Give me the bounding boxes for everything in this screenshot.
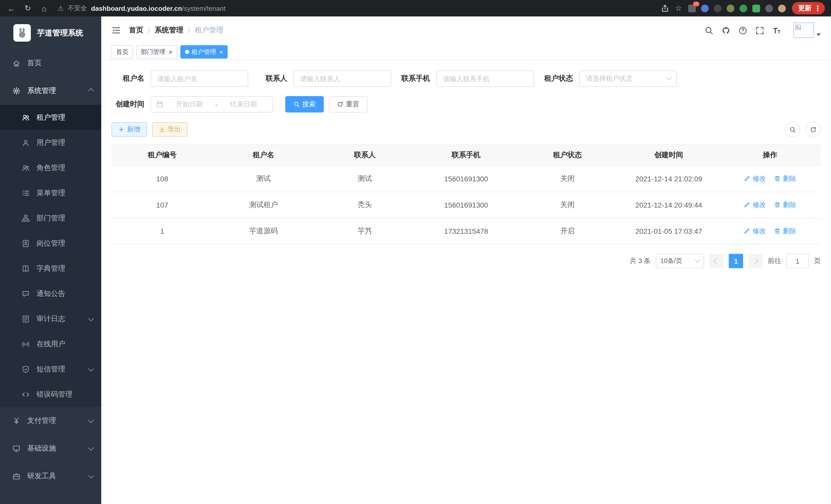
delete-button[interactable]: 删除 [774,200,796,210]
extension-icon-1[interactable]: 10 [688,4,696,12]
edit-icon [744,228,751,235]
page-size-select[interactable]: 10条/页 [656,254,704,268]
pay-icon [12,417,21,425]
sidebar-item-label: 在线用户 [36,339,93,349]
sidebar-item-label: 菜单管理 [36,188,93,198]
phone-label: 联系手机 [397,74,430,83]
extension-icon-4[interactable] [727,4,735,12]
tab-home[interactable]: 首页 [112,45,133,59]
extension-icon-2[interactable] [701,4,709,12]
sidebar-item-pay[interactable]: 支付管理 [0,407,101,435]
app-logo[interactable]: 芋道管理系统 [0,17,101,49]
export-button[interactable]: 导出 [152,122,188,137]
tenant-icon [22,113,30,121]
sidebar-item-label: 错误码管理 [36,390,93,399]
page-number-button[interactable]: 1 [729,254,743,268]
delete-label: 删除 [783,174,796,183]
address-bar[interactable]: ⚠ 不安全 dashboard.yudao.iocoder.cn/system/… [56,4,655,12]
sidebar-item-label: 基础设施 [27,444,86,453]
goto-page-input[interactable] [786,254,809,268]
filter-row-1: 租户名 联系人 联系手机 租户状态 请选择租户状态 [112,70,821,87]
date-range-input[interactable]: 开始日期 - 结束日期 [150,96,273,113]
refresh-table-button[interactable] [805,122,821,137]
extension-icon-3[interactable] [714,4,721,12]
sidebar-item-post[interactable]: 岗位管理 [0,231,101,256]
browser-home-icon[interactable]: ⌂ [39,4,49,12]
table-body: 108测试测试15601691300关闭2021-12-14 21:02:09修… [112,166,821,244]
sidebar-menu: 首页系统管理租户管理用户管理角色管理菜单管理部门管理岗位管理字典管理通知公告审计… [0,49,101,504]
extension-badge: 10 [693,1,699,6]
sidebar-item-error-code[interactable]: 错误码管理 [0,382,101,407]
reload-icon[interactable]: ↻ [23,4,33,13]
sidebar-item-infra[interactable]: 基础设施 [0,435,101,463]
search-button[interactable]: 搜索 [285,96,324,113]
add-button[interactable]: 新增 [112,122,147,137]
hide-search-button[interactable] [785,122,800,137]
sidebar-item-tenant[interactable]: 租户管理 [0,105,101,130]
security-label[interactable]: 不安全 [67,4,87,12]
table-row: 107测试租户秃头15601691300关闭2021-12-14 20:49:4… [112,192,821,218]
breadcrumb: 首页/系统管理/租户管理 [129,26,696,35]
sidebar-item-role[interactable]: 角色管理 [0,155,101,180]
sidebar-item-sms[interactable]: 短信管理 [0,357,101,382]
tab-dept[interactable]: 部门管理× [136,45,177,59]
help-question-icon[interactable] [739,26,747,35]
screen: ← ↻ ⌂ ⚠ 不安全 dashboard.yudao.iocoder.cn/s… [0,0,831,504]
delete-label: 删除 [783,227,796,236]
field-phone: 联系手机 [397,70,534,87]
edit-button[interactable]: 修改 [744,174,766,183]
font-size-icon[interactable] [772,26,781,35]
extension-icon-7[interactable] [765,4,773,12]
sidebar-item-user[interactable]: 用户管理 [0,130,101,155]
sidebar-item-menu[interactable]: 菜单管理 [0,180,101,206]
status-select[interactable]: 请选择租户状态 [579,70,677,87]
delete-button[interactable]: 删除 [774,227,796,236]
close-tab-icon[interactable]: × [169,49,172,55]
tenant-name-input[interactable] [150,70,248,87]
sidebar-item-devtools[interactable]: 研发工具 [0,463,101,490]
profile-avatar-icon[interactable] [778,4,786,12]
pagination: 共 3 条 10条/页 1 前往 页 [112,254,821,268]
prev-page-button[interactable] [709,254,724,268]
chevron-left-icon [714,258,719,264]
edit-button[interactable]: 修改 [744,227,766,236]
refresh-icon [337,101,343,108]
tab-label: 部门管理 [141,48,166,56]
status-select-placeholder: 请选择租户状态 [586,74,667,83]
phone-input[interactable] [436,70,534,87]
tab-tenant[interactable]: 租户管理× [180,45,228,59]
contact-input[interactable] [293,70,391,87]
sidebar-item-dict[interactable]: 字典管理 [0,256,101,281]
breadcrumb-item[interactable]: 首页 [129,26,143,35]
edit-button[interactable]: 修改 [744,200,766,210]
bookmark-star-icon[interactable]: ☆ [675,4,682,13]
sidebar-item-home[interactable]: 首页 [0,49,101,77]
extension-icon-5[interactable] [740,4,747,12]
delete-button[interactable]: 删除 [774,174,796,183]
menu-icon [22,189,30,197]
extension-icon-6[interactable] [752,4,760,12]
sidebar-item-system[interactable]: 系统管理 [0,77,101,105]
sidebar-item-dept[interactable]: 部门管理 [0,206,101,231]
role-icon [22,164,30,172]
next-page-button[interactable] [748,254,763,268]
breadcrumb-item: 租户管理 [195,26,224,35]
fullscreen-icon[interactable] [755,26,764,35]
breadcrumb-item[interactable]: 系统管理 [155,26,183,35]
cell-status: 关闭 [517,192,618,218]
reset-button[interactable]: 重置 [329,96,368,113]
sidebar-item-online-user[interactable]: 在线用户 [0,331,101,357]
user-avatar[interactable] [794,23,821,38]
search-icon[interactable] [705,26,713,35]
browser-menu-dots-icon[interactable]: ⋮ [814,4,821,12]
download-icon [159,126,165,132]
close-tab-icon[interactable]: × [219,49,223,55]
back-icon[interactable]: ← [6,4,17,12]
update-button[interactable]: 更新 ⋮ [792,2,825,14]
sidebar-item-audit-log[interactable]: 审计日志 [0,306,101,331]
sidebar-item-notice[interactable]: 通知公告 [0,281,101,306]
hamburger-fold-icon[interactable] [112,26,121,35]
tool-icon [12,472,21,480]
share-icon[interactable] [661,4,669,12]
github-icon[interactable] [721,26,730,35]
